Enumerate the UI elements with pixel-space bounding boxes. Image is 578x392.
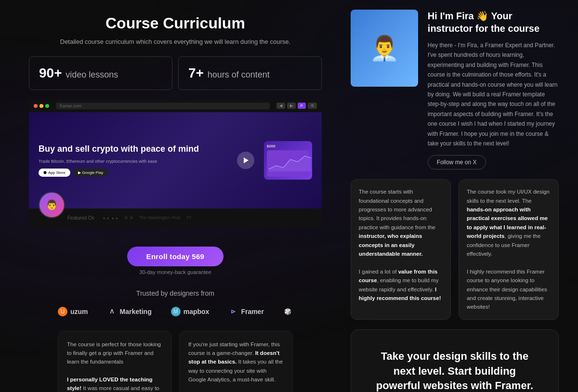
play-button-overlay[interactable] xyxy=(237,152,254,169)
enroll-button[interactable]: Enroll today 569 xyxy=(127,247,224,266)
stats-row: 90+ video lessons 7+ hours of content xyxy=(29,56,322,90)
presenter-avatar: 👨 xyxy=(39,192,65,218)
stat-hours: 7+ hours of content xyxy=(178,56,322,90)
reviews-row: The course is perfect for those looking … xyxy=(58,331,293,392)
app-store-btn: ⬢ App Store xyxy=(39,169,70,177)
testimonial-card-2: The course took my UI/UX design skills t… xyxy=(459,179,559,319)
crypto-hero-sub: Trade Bitcoin, Ethereum and other crypto… xyxy=(39,159,254,164)
review-card-1: The course is perfect for those looking … xyxy=(58,331,171,392)
dot-red xyxy=(34,104,38,108)
course-preview-mockup: framer.com ◀ ▶ P ⚙ Buy and sell crypto w… xyxy=(29,100,322,227)
dot-green xyxy=(45,104,49,108)
brand-mapbox: M mapbox xyxy=(171,307,210,316)
marketing-icon: Λ xyxy=(107,307,117,316)
cta-section: Take your design skills to the next leve… xyxy=(351,329,559,392)
featured-logo-3: The Washington Post xyxy=(139,215,181,220)
testimonials-grid: The course starts with foundational conc… xyxy=(351,179,559,319)
brand-uzum: U uzum xyxy=(58,307,88,316)
mapbox-icon: M xyxy=(171,307,181,316)
testimonial-text-1: The course starts with foundational conc… xyxy=(359,187,443,302)
follow-button[interactable]: Follow me on X xyxy=(428,155,486,170)
crypto-hero-title: Buy and sell crypto with peace of mind xyxy=(39,144,254,155)
framer-icon: ⊳ xyxy=(228,307,238,316)
toolbar-actions: ◀ ▶ P ⚙ xyxy=(276,103,317,109)
featured-on-label: Featured On xyxy=(67,215,94,221)
toolbar-btn-1: ◀ xyxy=(276,103,285,109)
review-card-2: If you're just starting with Framer, thi… xyxy=(179,331,293,392)
stat-video-lessons: 90+ video lessons xyxy=(29,56,172,90)
crypto-hero: Buy and sell crypto with peace of mind T… xyxy=(39,144,254,176)
instructor-section: 👨‍💼 Hi I'm Fira 👋 Your instructor for th… xyxy=(351,10,559,170)
cta-title: Take your design skills to the next leve… xyxy=(373,349,537,392)
testimonial-card-1: The course starts with foundational conc… xyxy=(351,179,451,319)
crypto-buttons: ⬢ App Store ▶ Google Play xyxy=(39,169,254,177)
url-bar: framer.com xyxy=(56,103,270,109)
stat-number-lessons: 90+ video lessons xyxy=(39,65,118,81)
svg-marker-0 xyxy=(269,156,311,171)
curriculum-subtitle: Detailed course curriculum which covers … xyxy=(29,37,322,47)
stat-number-hours: 7+ hours of content xyxy=(188,65,270,81)
curriculum-title: Course Curriculum xyxy=(29,14,322,32)
featured-logo-1: ▲▲ ▲▲ xyxy=(102,216,118,220)
review-text-2: If you're just starting with Framer, thi… xyxy=(188,340,284,392)
dot-yellow xyxy=(39,104,43,108)
brand-marketing: Λ Marketing xyxy=(107,307,152,316)
crypto-preview-image: $200 xyxy=(264,141,312,180)
review-text-1: The course is perfect for those looking … xyxy=(67,340,162,392)
trusted-section: Trusted by designers from U uzum Λ Marke… xyxy=(29,275,322,392)
testimonial-text-2: The course took my UI/UX design skills t… xyxy=(467,187,551,311)
brand-extra: 🎲 xyxy=(283,307,293,316)
toolbar-btn-3: P xyxy=(298,103,306,109)
window-dots xyxy=(34,104,49,108)
stat-label-lessons: video lessons xyxy=(66,70,118,79)
google-play-btn: ▶ Google Play xyxy=(73,169,108,177)
featured-logos: ▲▲ ▲▲ ⊕ ⊕ The Washington Post TY xyxy=(102,215,192,220)
brand-framer: ⊳ Framer xyxy=(228,307,263,316)
trusted-title: Trusted by designers from xyxy=(58,289,293,297)
extra-icon: 🎲 xyxy=(283,307,293,316)
toolbar-btn-4: ⚙ xyxy=(308,103,317,109)
featured-on-bar: Featured On ▲▲ ▲▲ ⊕ ⊕ The Washington Pos… xyxy=(29,209,322,227)
brand-logos-row: U uzum Λ Marketing M mapbox ⊳ Framer 🎲 xyxy=(58,307,293,316)
instructor-info: Hi I'm Fira 👋 Your instructor for the co… xyxy=(428,10,559,170)
enroll-section: Enroll today 569 30-day money-back guara… xyxy=(29,247,322,275)
uzum-icon: U xyxy=(58,307,67,316)
preview-body: Buy and sell crypto with peace of mind T… xyxy=(29,112,322,209)
featured-logo-2: ⊕ ⊕ xyxy=(124,215,133,220)
preview-toolbar: framer.com ◀ ▶ P ⚙ xyxy=(29,100,322,112)
play-triangle-icon xyxy=(244,157,249,163)
instructor-title: Hi I'm Fira 👋 Your instructor for the co… xyxy=(428,10,559,35)
stat-label-hours: hours of content xyxy=(208,70,270,79)
instructor-bio: Hey there - I'm Fira, a Framer Expert an… xyxy=(428,40,559,148)
money-back-label: 30-day money-back guarantee xyxy=(139,269,211,275)
featured-logo-4: TY xyxy=(186,215,192,220)
instructor-photo: 👨‍💼 xyxy=(351,10,418,87)
toolbar-btn-2: ▶ xyxy=(287,103,296,109)
